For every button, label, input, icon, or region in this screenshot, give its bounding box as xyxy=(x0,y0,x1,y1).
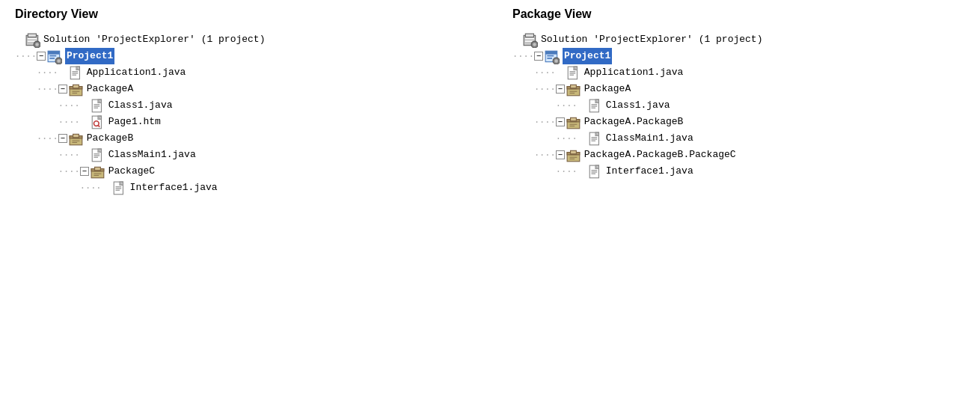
tree-indent: ···· xyxy=(15,163,80,180)
tree-indent: ···· xyxy=(512,97,578,114)
tree-node-label: Page1.htm xyxy=(108,114,161,130)
tree-node-label: PackageB xyxy=(87,130,133,147)
svg-rect-37 xyxy=(73,134,79,137)
tree-row: ····− PackageC xyxy=(15,163,468,180)
tree-row: ···· Application1.java xyxy=(512,64,965,81)
tree-node-label: Interface1.java xyxy=(606,163,693,180)
tree-row: ···· Class1.java xyxy=(15,97,468,114)
tree-row: Solution 'ProjectExplorer' (1 project) xyxy=(15,31,468,48)
tree-row: ···· Interface1.java xyxy=(512,163,965,180)
tree-node-label: Class1.java xyxy=(108,97,173,114)
svg-rect-60 xyxy=(525,34,533,37)
project-icon xyxy=(545,49,560,63)
solution-icon xyxy=(523,33,538,46)
tree-indent: ···· xyxy=(512,81,556,97)
tree-row: ····− Project1 xyxy=(512,48,965,64)
tree-node-label: Class1.java xyxy=(606,97,670,114)
file-icon xyxy=(91,99,105,112)
directory-view: Directory View Solution 'ProjectExplorer… xyxy=(15,7,468,196)
tree-indent: ···· xyxy=(15,64,58,81)
expand-button[interactable]: − xyxy=(37,52,46,61)
file-icon xyxy=(69,66,84,79)
svg-rect-68 xyxy=(547,58,552,59)
file-icon xyxy=(112,181,127,195)
tree-node-label: PackageA xyxy=(584,81,631,97)
tree-indent: ···· xyxy=(512,114,556,130)
file-icon xyxy=(588,132,603,145)
tree-row: ···· Application1.java xyxy=(15,64,468,81)
expand-button[interactable]: − xyxy=(556,150,565,159)
tree-indent: ···· xyxy=(512,64,556,81)
package-icon xyxy=(69,82,84,96)
solution-icon xyxy=(25,33,40,46)
svg-rect-20 xyxy=(73,85,79,88)
svg-point-5 xyxy=(35,43,38,46)
directory-view-tree: Solution 'ProjectExplorer' (1 project)··… xyxy=(15,31,468,196)
project-icon xyxy=(47,49,62,63)
expand-button[interactable]: − xyxy=(80,167,89,176)
tree-node-label: ClassMain1.java xyxy=(606,130,693,147)
expand-button[interactable]: − xyxy=(556,117,565,126)
tree-row: ···· ClassMain1.java xyxy=(512,130,965,147)
expand-button[interactable]: − xyxy=(58,85,67,94)
tree-indent: ···· xyxy=(15,97,80,114)
tree-node-label: PackageA xyxy=(87,81,133,97)
expand-button[interactable]: − xyxy=(58,134,67,143)
expand-button[interactable]: − xyxy=(534,52,543,61)
package-icon xyxy=(566,115,581,129)
tree-indent: ···· xyxy=(512,147,556,163)
svg-rect-67 xyxy=(547,55,554,57)
tree-node-label: Application1.java xyxy=(87,64,186,81)
tree-row: ····− PackageA.PackageB.PackageC xyxy=(512,147,965,163)
svg-point-11 xyxy=(57,59,60,62)
expand-button[interactable]: − xyxy=(556,85,565,94)
tree-row: ···· Page1.htm xyxy=(15,114,468,130)
tree-row: ····− PackageA.PackageB xyxy=(512,114,965,130)
tree-indent: ···· xyxy=(15,147,80,163)
svg-rect-8 xyxy=(49,55,56,57)
svg-rect-9 xyxy=(49,58,55,59)
tree-node-label: PackageA.PackageB xyxy=(584,114,684,130)
svg-rect-61 xyxy=(524,38,534,40)
file-icon xyxy=(566,66,581,79)
tree-indent: ···· xyxy=(512,48,534,64)
package-view-title: Package View xyxy=(512,7,965,21)
file-icon xyxy=(588,99,603,112)
tree-indent: ···· xyxy=(512,163,578,180)
svg-rect-7 xyxy=(48,51,60,54)
package-icon xyxy=(69,132,84,145)
svg-rect-66 xyxy=(545,51,557,54)
tree-node-label: Interface1.java xyxy=(130,180,218,196)
file-icon xyxy=(588,165,603,178)
package-icon xyxy=(566,82,581,96)
package-icon xyxy=(91,165,105,178)
svg-point-64 xyxy=(533,43,536,46)
tree-row: ····− Project1 xyxy=(15,48,468,64)
tree-row: ···· Class1.java xyxy=(512,97,965,114)
svg-rect-91 xyxy=(570,117,576,120)
tree-node-label[interactable]: Project1 xyxy=(563,48,612,64)
tree-row: ···· ClassMain1.java xyxy=(15,147,468,163)
tree-row: ····− PackageA xyxy=(512,81,965,97)
tree-node-label: PackageA.PackageB.PackageC xyxy=(584,147,736,163)
svg-rect-49 xyxy=(94,167,100,170)
tree-row: ···· Interface1.java xyxy=(15,180,468,196)
svg-rect-79 xyxy=(570,85,576,88)
htm-icon xyxy=(91,115,105,129)
tree-indent: ···· xyxy=(15,48,37,64)
tree-node-label: Application1.java xyxy=(584,64,684,81)
tree-row: ····− PackageA xyxy=(15,81,468,97)
svg-rect-2 xyxy=(27,38,37,40)
svg-rect-103 xyxy=(570,150,576,153)
main-panels: Directory View Solution 'ProjectExplorer… xyxy=(15,7,965,196)
tree-indent: ···· xyxy=(15,114,80,130)
package-view-tree: Solution 'ProjectExplorer' (1 project)··… xyxy=(512,31,965,180)
svg-point-70 xyxy=(554,59,557,62)
tree-indent: ···· xyxy=(512,130,578,147)
tree-node-label[interactable]: Project1 xyxy=(65,48,114,64)
tree-node-label: Solution 'ProjectExplorer' (1 project) xyxy=(43,31,265,48)
tree-node-label: ClassMain1.java xyxy=(108,147,196,163)
directory-view-title: Directory View xyxy=(15,7,468,21)
tree-row: ····− PackageB xyxy=(15,130,468,147)
tree-row: Solution 'ProjectExplorer' (1 project) xyxy=(512,31,965,48)
